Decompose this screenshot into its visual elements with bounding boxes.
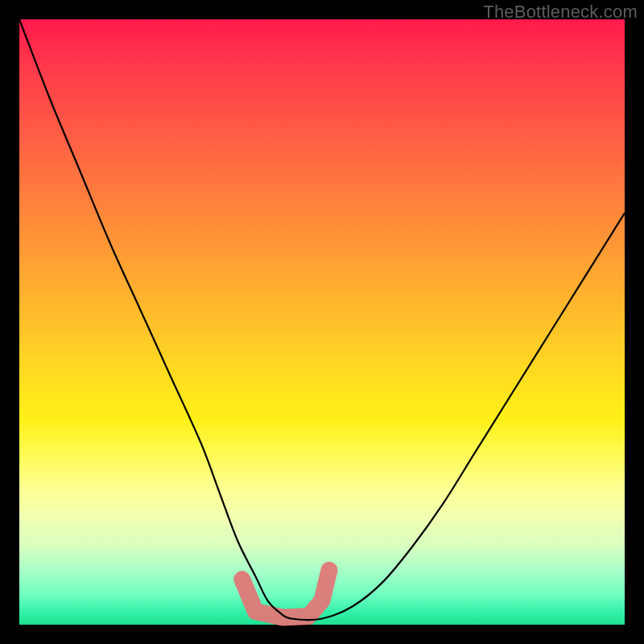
watermark-text: TheBottleneck.com bbox=[483, 2, 638, 23]
bottleneck-curve bbox=[19, 19, 625, 620]
plot-area bbox=[19, 19, 625, 625]
bottleneck-curve-svg bbox=[19, 19, 625, 625]
